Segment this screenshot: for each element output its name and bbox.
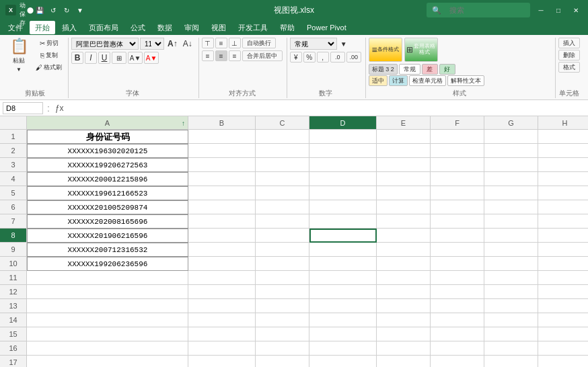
style-title-button[interactable]: 标题 3 2	[369, 64, 398, 75]
col-header-d[interactable]: D	[309, 116, 377, 130]
cell-h4[interactable]	[538, 172, 588, 186]
cell-g10[interactable]	[484, 257, 538, 271]
cell-c14[interactable]	[256, 313, 309, 327]
cell-d11[interactable]	[309, 271, 377, 285]
cell-c16[interactable]	[256, 341, 309, 356]
cell-f17[interactable]	[431, 356, 484, 367]
cell-f16[interactable]	[431, 341, 484, 356]
align-bottom-button[interactable]: ⊥	[229, 38, 241, 48]
font-color-button[interactable]: A▼	[144, 52, 159, 64]
cell-g3[interactable]	[484, 158, 538, 172]
paste-button[interactable]: 📋 粘贴 ▼	[5, 38, 32, 72]
cell-h1[interactable]	[538, 130, 588, 144]
style-neutral-button[interactable]: 适中	[369, 75, 388, 86]
cell-reference-input[interactable]	[3, 102, 43, 114]
cell-e4[interactable]	[377, 172, 431, 186]
cell-b17[interactable]	[188, 356, 256, 367]
row-header-13[interactable]: 13	[0, 299, 27, 313]
menu-power-pivot[interactable]: Power Pivot	[301, 21, 352, 34]
cell-c15[interactable]	[256, 327, 309, 341]
cell-c4[interactable]	[256, 172, 309, 186]
format-cell-button[interactable]: 格式	[558, 62, 580, 73]
style-explain-button[interactable]: 解释性文本	[447, 75, 484, 86]
insert-cell-button[interactable]: 插入	[558, 38, 580, 48]
cell-b3[interactable]	[188, 158, 256, 172]
cell-e13[interactable]	[377, 299, 431, 313]
cell-a10[interactable]: XXXXXX199206236596	[27, 257, 188, 271]
cell-h7[interactable]	[538, 214, 588, 229]
table-format-button[interactable]: ⊞ 套用表格格式	[404, 38, 438, 62]
cell-b16[interactable]	[188, 341, 256, 356]
cell-h3[interactable]	[538, 158, 588, 172]
cell-f8[interactable]	[431, 229, 484, 243]
menu-review[interactable]: 审阅	[179, 21, 205, 34]
cell-b6[interactable]	[188, 200, 256, 214]
cell-d13[interactable]	[309, 299, 377, 313]
menu-home[interactable]: 开始	[30, 21, 55, 34]
row-header-1[interactable]: 1	[0, 130, 27, 144]
close-button[interactable]: ✕	[569, 3, 583, 17]
cell-c12[interactable]	[256, 285, 309, 299]
merge-center-button[interactable]: 合并后居中	[242, 50, 283, 61]
cell-e10[interactable]	[377, 257, 431, 271]
search-input[interactable]	[444, 3, 525, 17]
cell-c9[interactable]	[256, 243, 309, 257]
align-right-button[interactable]: ≡	[229, 50, 241, 61]
row-header-11[interactable]: 11	[0, 271, 27, 285]
fill-color-button[interactable]: A▼	[128, 52, 143, 64]
cell-g6[interactable]	[484, 200, 538, 214]
cell-a11[interactable]	[27, 271, 188, 285]
cell-c6[interactable]	[256, 200, 309, 214]
cell-b7[interactable]	[188, 214, 256, 229]
cell-e1[interactable]	[377, 130, 431, 144]
col-header-a[interactable]: A ↑	[27, 116, 188, 130]
cell-d8[interactable]	[309, 229, 377, 243]
menu-file[interactable]: 文件	[3, 21, 28, 34]
cell-a1[interactable]: 身份证号码	[27, 130, 188, 144]
cell-h10[interactable]	[538, 257, 588, 271]
cell-g2[interactable]	[484, 144, 538, 158]
style-calc-button[interactable]: 计算	[389, 75, 408, 86]
cell-a17[interactable]	[27, 356, 188, 367]
cell-h16[interactable]	[538, 341, 588, 356]
cell-e6[interactable]	[377, 200, 431, 214]
cell-f2[interactable]	[431, 144, 484, 158]
menu-data[interactable]: 数据	[152, 21, 178, 34]
cell-b4[interactable]	[188, 172, 256, 186]
cell-e15[interactable]	[377, 327, 431, 341]
cell-h5[interactable]	[538, 186, 588, 200]
redo-button[interactable]: ↻	[61, 4, 73, 16]
cell-a7[interactable]: XXXXXX202008165696	[27, 214, 188, 229]
row-header-9[interactable]: 9	[0, 243, 27, 257]
cell-d1[interactable]	[309, 130, 377, 144]
cell-a13[interactable]	[27, 299, 188, 313]
row-header-8[interactable]: 8	[0, 229, 27, 243]
row-header-3[interactable]: 3	[0, 158, 27, 172]
cell-c2[interactable]	[256, 144, 309, 158]
maximize-button[interactable]: □	[552, 3, 565, 17]
autosave-toggle[interactable]: 自动保存 ⬤	[20, 4, 32, 16]
col-header-e[interactable]: E	[377, 116, 431, 130]
row-header-7[interactable]: 7	[0, 214, 27, 229]
cell-c5[interactable]	[256, 186, 309, 200]
cell-h2[interactable]	[538, 144, 588, 158]
font-size-select[interactable]: 11	[140, 38, 164, 50]
cell-f3[interactable]	[431, 158, 484, 172]
row-header-6[interactable]: 6	[0, 200, 27, 214]
more-tools-button[interactable]: ▼	[74, 4, 86, 16]
cell-g15[interactable]	[484, 327, 538, 341]
row-header-2[interactable]: 2	[0, 144, 27, 158]
row-header-16[interactable]: 16	[0, 341, 27, 356]
cell-b2[interactable]	[188, 144, 256, 158]
cell-f1[interactable]	[431, 130, 484, 144]
align-middle-button[interactable]: ≡	[215, 38, 227, 48]
cell-d7[interactable]	[309, 214, 377, 229]
menu-help[interactable]: 帮助	[274, 21, 300, 34]
cell-a5[interactable]: XXXXXX199612166523	[27, 186, 188, 200]
cell-d12[interactable]	[309, 285, 377, 299]
cell-e17[interactable]	[377, 356, 431, 367]
style-normal-button[interactable]: 常规	[399, 64, 420, 75]
cell-a8[interactable]: XXXXXX201906216596	[27, 229, 188, 243]
col-header-c[interactable]: C	[256, 116, 309, 130]
cell-h14[interactable]	[538, 313, 588, 327]
